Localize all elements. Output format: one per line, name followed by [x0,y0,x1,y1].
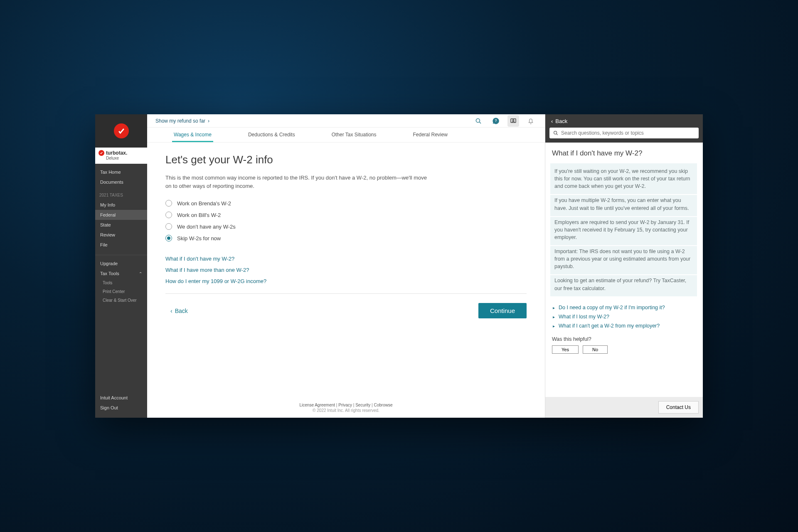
footer-security[interactable]: Security [355,403,370,407]
sidebar-top-group: Tax Home Documents [95,164,147,190]
sidebar-sub-tools[interactable]: Tools [95,278,147,287]
chevron-up-icon: ⌃ [139,271,142,276]
related-link-copy-w2[interactable]: Do I need a copy of my W-2 if I'm import… [552,303,697,312]
help-back-button[interactable]: ‹ Back [545,114,703,128]
sidebar-sub-clear-start-over[interactable]: Clear & Start Over [95,296,147,305]
search-icon [553,130,559,136]
question-link-no-w2[interactable]: What if I don't have my W-2? [165,253,527,264]
tax-tools-label: Tax Tools [100,271,119,276]
radio-label: Work on Bill's W-2 [177,212,221,218]
help-para: Looking to get an estimate of your refun… [550,275,697,296]
refund-link-text: Show my refund so far [155,118,205,124]
turbotax-logo-icon [114,123,129,138]
help-body: What if I don't have my W-2? If you're s… [545,143,703,397]
question-link-1099[interactable]: How do I enter my 1099 or W-2G income? [165,276,527,287]
svg-line-6 [557,134,558,135]
continue-button[interactable]: Continue [478,303,527,318]
sidebar-item-sign-out[interactable]: Sign Out [95,403,147,413]
app-window: turbotax. Deluxe Tax Home Documents 2021… [95,114,703,418]
radio-no-w2[interactable]: We don't have any W-2s [165,221,527,232]
topbar-actions: ? [473,115,537,127]
footer-privacy[interactable]: Privacy [338,403,352,407]
sidebar-item-tax-tools[interactable]: Tax Tools ⌃ [95,268,147,278]
refund-link[interactable]: Show my refund so far › [155,118,209,124]
sidebar-bottom: Intuit Account Sign Out [95,389,147,418]
live-expert-icon[interactable] [507,115,519,127]
help-para: Employers are required to send your W-2 … [550,217,697,245]
help-footer: Contact Us [545,397,703,418]
svg-point-0 [476,118,480,122]
radio-icon [165,223,172,230]
radio-label: Skip W-2s for now [177,235,221,241]
radio-work-brenda[interactable]: Work on Brenda's W-2 [165,197,527,209]
logo-header [95,114,147,148]
question-link-multi-w2[interactable]: What if I have more than one W-2? [165,264,527,276]
sidebar-item-upgrade[interactable]: Upgrade [95,259,147,268]
sidebar-item-tax-home[interactable]: Tax Home [95,167,147,177]
sidebar-tools-group: Upgrade Tax Tools ⌃ Tools Print Center C… [95,257,147,308]
tab-federal-review[interactable]: Federal Review [411,132,449,142]
helpful-label: Was this helpful? [552,336,697,342]
content-body: Let's get your W-2 info This is the most… [147,143,545,399]
help-para: If you're still waiting on your W-2, we … [550,163,697,194]
brand-name: turbotax. [106,150,127,156]
related-link-cant-get-w2[interactable]: What if I can't get a W-2 from my employ… [552,321,697,330]
tab-other-tax-situations[interactable]: Other Tax Situations [330,132,378,142]
helpful-buttons: Yes No [552,345,697,354]
tab-wages-income[interactable]: Wages & Income [172,132,213,142]
help-search [545,128,703,143]
related-questions: Do I need a copy of my W-2 if I'm import… [552,303,697,330]
search-icon[interactable] [473,115,484,127]
notifications-icon[interactable] [525,115,537,127]
brand-tier: Deluxe [106,156,144,160]
nav-row: ‹ Back Continue [165,301,527,323]
radio-label: We don't have any W-2s [177,224,236,230]
footer-license[interactable]: License Agreement [299,403,335,407]
help-para: Important: The IRS does not want you to … [550,246,697,274]
svg-text:?: ? [495,119,497,123]
svg-point-4 [512,119,514,121]
sidebar-item-intuit-account[interactable]: Intuit Account [95,393,147,403]
sidebar-item-documents[interactable]: Documents [95,177,147,187]
tab-deductions-credits[interactable]: Deductions & Credits [246,132,297,142]
radio-work-bill[interactable]: Work on Bill's W-2 [165,209,527,221]
help-search-box[interactable] [549,128,699,138]
help-article-title: What if I don't have my W-2? [552,149,697,158]
sidebar-item-review[interactable]: Review [95,230,147,240]
sidebar-item-state[interactable]: State [95,220,147,230]
chevron-right-icon: › [208,118,209,124]
sidebar-item-federal[interactable]: Federal [95,210,147,220]
help-panel: ‹ Back What if I don't have my W-2? If y… [545,114,703,418]
radio-icon [165,212,172,218]
sidebar-item-file[interactable]: File [95,240,147,250]
brand-block: turbotax. Deluxe [95,148,147,164]
chevron-left-icon: ‹ [170,308,172,314]
brand-mark-icon [99,150,104,156]
chevron-left-icon: ‹ [551,118,553,124]
footer-cobrowse[interactable]: Cobrowse [374,403,392,407]
sidebar-item-my-info[interactable]: My Info [95,200,147,210]
divider [165,293,527,294]
footer-copyright: © 2022 Intuit Inc. All rights reserved. [147,408,545,413]
radio-skip-w2[interactable]: Skip W-2s for now [165,232,527,244]
radio-label: Work on Brenda's W-2 [177,200,231,207]
page-description: This is the most common way income is re… [165,174,431,190]
help-para: If you have multiple W-2 forms, you can … [550,195,697,216]
section-tabs: Wages & Income Deductions & Credits Othe… [147,128,545,143]
help-search-input[interactable] [561,129,695,137]
back-button[interactable]: ‹ Back [165,308,188,314]
helpful-no-button[interactable]: No [583,345,608,354]
helpful-yes-button[interactable]: Yes [552,345,579,354]
sidebar-taxes-heading: 2021 TAXES [95,190,147,200]
related-link-lost-w2[interactable]: What if I lost my W-2? [552,312,697,321]
sidebar: turbotax. Deluxe Tax Home Documents 2021… [95,114,147,418]
radio-icon [165,235,172,241]
help-back-label: Back [555,118,567,124]
radio-icon [165,200,172,207]
contact-us-button[interactable]: Contact Us [658,401,699,414]
help-chat-icon[interactable]: ? [490,115,502,127]
topbar: Show my refund so far › ? [147,114,545,128]
footer: License Agreement | Privacy | Security |… [147,399,545,418]
sidebar-sub-print-center[interactable]: Print Center [95,287,147,296]
radio-group: Work on Brenda's W-2 Work on Bill's W-2 … [165,197,527,244]
